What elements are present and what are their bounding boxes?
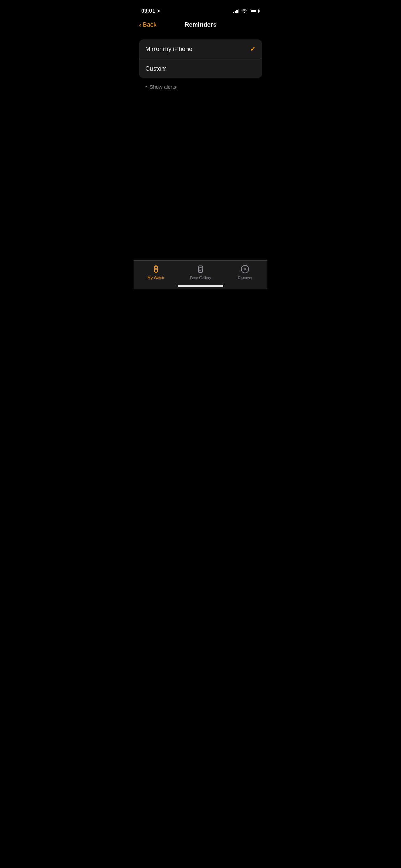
svg-marker-11 [244, 268, 247, 270]
svg-rect-6 [199, 272, 202, 273]
tab-my-watch[interactable]: My Watch [142, 264, 170, 280]
tab-face-gallery[interactable]: Face Gallery [187, 264, 214, 280]
page-title: Reminders [184, 21, 216, 28]
svg-rect-7 [199, 267, 202, 268]
checkmark-icon: ✓ [250, 45, 256, 53]
hint-label: Show alerts [149, 84, 176, 90]
main-content: Mirror my iPhone ✓ Custom • Show alerts [134, 34, 267, 93]
mirror-iphone-row[interactable]: Mirror my iPhone ✓ [139, 39, 262, 59]
face-gallery-icon [195, 264, 206, 274]
time-display: 09:01 [141, 8, 155, 14]
back-label: Back [143, 21, 157, 28]
hint-bullet: • [145, 84, 147, 90]
signal-icon [233, 9, 239, 13]
face-gallery-tab-label: Face Gallery [190, 276, 211, 280]
hint-row: • Show alerts [139, 81, 262, 93]
discover-icon [240, 264, 250, 274]
wifi-icon [241, 9, 247, 13]
back-button[interactable]: ‹ Back [139, 21, 157, 29]
svg-rect-5 [199, 265, 202, 266]
back-chevron-icon: ‹ [139, 21, 142, 29]
tab-discover[interactable]: Discover [231, 264, 259, 280]
home-indicator [178, 285, 223, 287]
status-time: 09:01 ➤ [141, 8, 160, 14]
my-watch-icon [151, 264, 161, 274]
discover-tab-label: Discover [238, 276, 253, 280]
status-bar: 09:01 ➤ [134, 0, 267, 17]
svg-rect-8 [199, 269, 202, 269]
battery-icon [250, 9, 260, 13]
custom-label: Custom [145, 65, 167, 72]
settings-card: Mirror my iPhone ✓ Custom [139, 39, 262, 78]
custom-row[interactable]: Custom [139, 59, 262, 78]
svg-point-3 [155, 268, 157, 270]
status-icons [233, 9, 260, 13]
location-arrow-icon: ➤ [157, 9, 160, 13]
svg-rect-9 [199, 270, 201, 271]
nav-header: ‹ Back Reminders [134, 17, 267, 34]
svg-rect-2 [155, 272, 157, 273]
svg-rect-1 [155, 265, 157, 266]
mirror-iphone-label: Mirror my iPhone [145, 46, 192, 53]
my-watch-tab-label: My Watch [148, 276, 165, 280]
